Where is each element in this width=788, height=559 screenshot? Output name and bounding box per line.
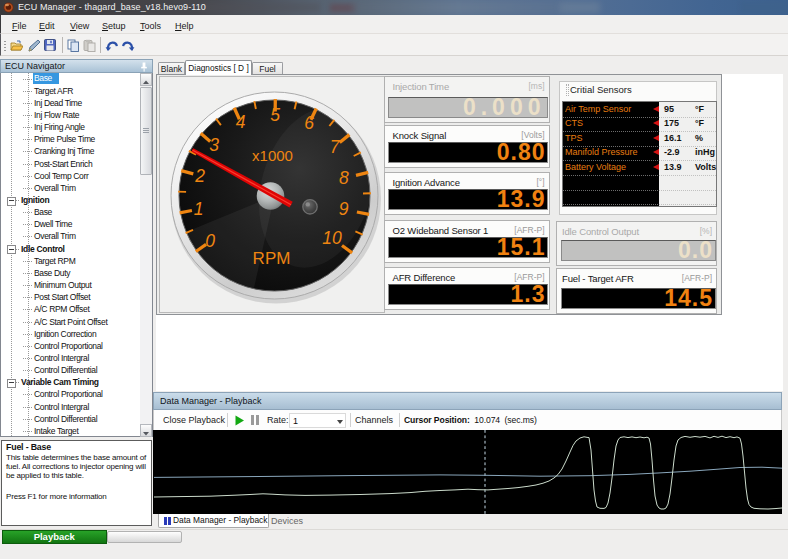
svg-text:4: 4 [236,112,246,132]
svg-text:2: 2 [194,166,205,186]
svg-text:5: 5 [270,105,280,125]
svg-text:9: 9 [339,199,349,219]
svg-text:8: 8 [339,168,349,188]
svg-text:7: 7 [330,137,341,157]
svg-text:x1000: x1000 [252,147,293,164]
svg-text:RPM: RPM [253,249,291,268]
svg-text:0: 0 [205,231,215,251]
svg-text:3: 3 [209,135,219,155]
svg-text:10: 10 [322,228,342,248]
svg-text:6: 6 [304,113,314,133]
svg-text:1: 1 [194,199,204,219]
